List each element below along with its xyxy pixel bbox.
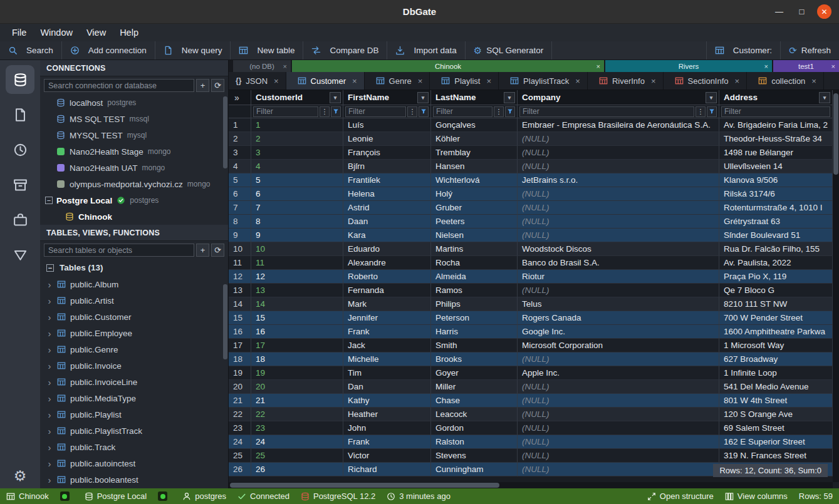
connection-item[interactable]: − Postgre Local postgres xyxy=(40,192,228,208)
row-number[interactable]: 21 xyxy=(229,394,251,408)
cell-customerid[interactable]: 3 xyxy=(251,146,343,160)
cell-customerid[interactable]: 20 xyxy=(251,380,343,394)
cell-company[interactable]: Apple Inc. xyxy=(518,366,719,380)
cell-customerid[interactable]: 22 xyxy=(251,408,343,421)
row-number[interactable]: 8 xyxy=(229,215,251,229)
table-row[interactable]: 15 15 Jennifer Peterson Rogers Canada 70… xyxy=(229,311,833,325)
cell-customerid[interactable]: 4 xyxy=(251,160,343,173)
menu-item[interactable]: File xyxy=(5,26,33,39)
filter-funnel-icon[interactable] xyxy=(419,106,429,117)
table-row[interactable]: 21 21 Kathy Chase (NULL) 801 W 4th Stree… xyxy=(229,394,833,408)
cell-lastname[interactable]: Tremblay xyxy=(431,146,518,160)
chevron-right-icon[interactable]: › xyxy=(46,378,53,387)
row-number[interactable]: 6 xyxy=(229,187,251,201)
filter-input[interactable] xyxy=(433,106,492,117)
cell-company[interactable]: Banco do Brasil S.A. xyxy=(518,256,719,270)
cell-lastname[interactable]: Philips xyxy=(431,297,518,311)
cell-company[interactable]: (NULL) xyxy=(518,380,719,394)
cell-lastname[interactable]: Martins xyxy=(431,242,518,256)
file-tab[interactable]: Playlist × xyxy=(430,72,499,90)
cell-lastname[interactable]: Gordon xyxy=(431,421,518,435)
close-tab-icon[interactable]: × xyxy=(283,63,287,70)
column-dropdown-button[interactable]: ▾ xyxy=(504,92,515,103)
sidebar-strip-button[interactable] xyxy=(6,135,34,164)
cell-company[interactable]: (NULL) xyxy=(518,215,719,229)
table-list-item[interactable]: › public.Artist xyxy=(40,292,228,309)
cell-company[interactable]: JetBrains s.r.o. xyxy=(518,173,719,187)
cell-company[interactable]: (NULL) xyxy=(518,421,719,435)
refresh-connections-button[interactable]: ⟳ xyxy=(211,79,224,92)
connection-item[interactable]: − Nano2Health UAT mongo xyxy=(40,160,228,176)
row-number[interactable]: 13 xyxy=(229,284,251,297)
horizontal-scrollbar[interactable] xyxy=(229,482,833,488)
sidebar-strip-button[interactable] xyxy=(6,170,34,199)
cell-firstname[interactable]: Astrid xyxy=(343,201,431,215)
row-number[interactable]: 12 xyxy=(229,270,251,284)
toolbar-button[interactable]: New table xyxy=(231,41,303,59)
cell-firstname[interactable]: Tim xyxy=(343,366,431,380)
row-number[interactable]: 23 xyxy=(229,421,251,435)
cell-address[interactable]: 1600 Amphitheatre Parkwa xyxy=(719,325,833,339)
column-dropdown-button[interactable]: ▾ xyxy=(330,92,341,103)
file-tab[interactable]: Genre × xyxy=(365,72,430,90)
column-dropdown-button[interactable]: ▾ xyxy=(706,92,717,103)
cell-customerid[interactable]: 15 xyxy=(251,311,343,325)
cell-lastname[interactable]: Miller xyxy=(431,380,518,394)
chevron-right-icon[interactable]: › xyxy=(46,361,53,371)
cell-address[interactable]: 801 W 4th Street xyxy=(719,394,833,408)
database-tab[interactable]: Chinook × xyxy=(292,60,604,72)
cell-company[interactable]: (NULL) xyxy=(518,394,719,408)
column-header[interactable]: Address ▾ xyxy=(719,90,833,105)
cell-customerid[interactable]: 23 xyxy=(251,421,343,435)
menu-item[interactable]: View xyxy=(80,26,113,39)
table-list-item[interactable]: › public.booleantest xyxy=(40,471,228,488)
toolbar-button[interactable]: ⚙ SQL Generator xyxy=(466,41,553,59)
cell-firstname[interactable]: Frank xyxy=(343,435,431,449)
table-row[interactable]: 18 18 Michelle Brooks (NULL) 627 Broadwa… xyxy=(229,352,833,366)
cell-firstname[interactable]: Heather xyxy=(343,408,431,421)
cell-lastname[interactable]: Leacock xyxy=(431,408,518,421)
cell-company[interactable]: Embraer - Empresa Brasileira de Aeronáut… xyxy=(518,118,719,132)
close-tab-icon[interactable]: × xyxy=(735,76,740,86)
cell-customerid[interactable]: 13 xyxy=(251,284,343,297)
status-action[interactable]: View columns xyxy=(725,491,788,501)
cell-lastname[interactable]: Goyer xyxy=(431,366,518,380)
column-dropdown-button[interactable]: ▾ xyxy=(819,92,830,103)
cell-lastname[interactable]: Holý xyxy=(431,187,518,201)
cell-customerid[interactable]: 11 xyxy=(251,256,343,270)
cell-address[interactable]: 1498 rue Bélanger xyxy=(719,146,833,160)
sidebar-strip-button[interactable] xyxy=(6,100,34,129)
cell-lastname[interactable]: Peterson xyxy=(431,311,518,325)
cell-lastname[interactable]: Cunningham xyxy=(431,463,518,476)
cell-firstname[interactable]: Richard xyxy=(343,463,431,476)
close-tab-icon[interactable]: × xyxy=(486,76,491,86)
cell-lastname[interactable]: Gonçalves xyxy=(431,118,518,132)
cell-lastname[interactable]: Peeters xyxy=(431,215,518,229)
cell-customerid[interactable]: 17 xyxy=(251,339,343,352)
collapse-toggle-icon[interactable]: − xyxy=(46,264,54,272)
toolbar-button[interactable]: New query xyxy=(155,41,231,59)
cell-company[interactable]: Riotur xyxy=(518,270,719,284)
cell-customerid[interactable]: 7 xyxy=(251,201,343,215)
connections-search-input[interactable] xyxy=(44,79,194,92)
table-row[interactable]: 10 10 Eduardo Martins Woodstock Discos R… xyxy=(229,242,833,256)
table-row[interactable]: 19 19 Tim Goyer Apple Inc. 1 Infinite Lo… xyxy=(229,366,833,380)
table-row[interactable]: 16 16 Frank Harris Google Inc. 1600 Amph… xyxy=(229,325,833,339)
column-header[interactable]: CustomerId ▾ xyxy=(251,90,343,105)
cell-customerid[interactable]: 26 xyxy=(251,463,343,476)
close-tab-icon[interactable]: × xyxy=(831,63,835,70)
row-number[interactable]: 17 xyxy=(229,339,251,352)
close-tab-icon[interactable]: × xyxy=(352,76,357,86)
cell-lastname[interactable]: Rocha xyxy=(431,256,518,270)
cell-address[interactable]: Klanova 9/506 xyxy=(719,173,833,187)
row-number[interactable]: 22 xyxy=(229,408,251,421)
cell-company[interactable]: (NULL) xyxy=(518,352,719,366)
expand-columns-button[interactable]: » xyxy=(229,90,251,105)
cell-firstname[interactable]: Luís xyxy=(343,118,431,132)
row-number[interactable]: 26 xyxy=(229,463,251,476)
add-connection-small-button[interactable]: + xyxy=(196,79,209,92)
cell-firstname[interactable]: Alexandre xyxy=(343,256,431,270)
cell-firstname[interactable]: François xyxy=(343,146,431,160)
filter-funnel-icon[interactable] xyxy=(707,106,717,117)
cell-firstname[interactable]: Mark xyxy=(343,297,431,311)
